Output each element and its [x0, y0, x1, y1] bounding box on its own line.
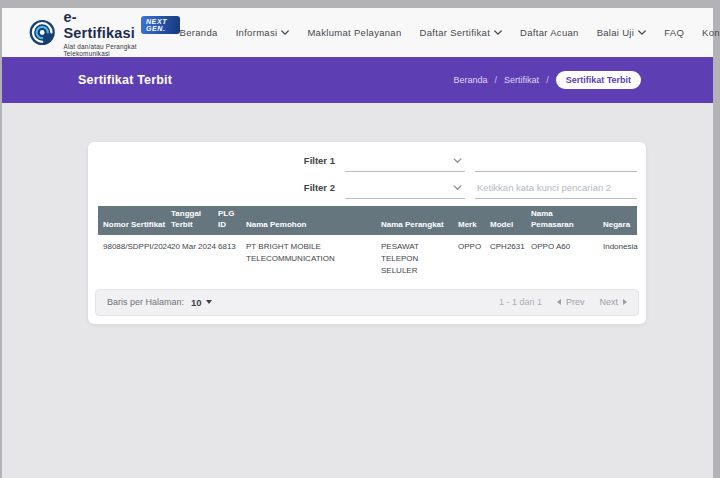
cell-nama-pemohon: PT BRIGHT MOBILE TELECOMMUNICATION	[241, 241, 376, 278]
chevron-down-icon	[453, 185, 462, 191]
breadcrumb-sertifikat[interactable]: Sertifikat	[504, 75, 539, 85]
next-gen-badge: NEXT GEN.	[141, 16, 180, 34]
caret-right-icon	[623, 299, 627, 305]
nav-item-daftar-acuan[interactable]: Daftar Acuan	[520, 27, 579, 38]
nav-item-balai-uji[interactable]: Balai Uji	[597, 27, 647, 38]
top-navbar: e-Sertifikasi NEXT GEN. Alat dan/atau Pe…	[2, 8, 713, 57]
pagination-bar: Baris per Halaman: 10 1 - 1 dari 1 Prev …	[95, 289, 639, 316]
breadcrumb-beranda[interactable]: Beranda	[454, 75, 488, 85]
brand-title: e-Sertifikasi	[63, 9, 135, 41]
rows-per-page-label: Baris per Halaman:	[107, 297, 184, 307]
brand-logo[interactable]: e-Sertifikasi NEXT GEN. Alat dan/atau Pe…	[29, 9, 180, 57]
caret-left-icon	[557, 299, 561, 305]
filter2-keyword-input[interactable]	[475, 177, 637, 198]
certificates-card: Filter 1 Filter 2 Nomor Ser	[88, 142, 646, 324]
filter2-label: Filter 2	[88, 182, 335, 199]
page-title: Sertifikat Terbit	[78, 73, 172, 87]
certificates-table: Nomor Sertifikat Tanggal Terbit PLG ID N…	[98, 206, 637, 287]
cell-nama-pemasaran: OPPO A60	[526, 241, 598, 278]
kominfo-swirl-icon	[29, 16, 55, 49]
cell-negara: Indonesia	[598, 241, 637, 278]
brand-text: e-Sertifikasi NEXT GEN. Alat dan/atau Pe…	[63, 9, 179, 57]
chevron-down-icon	[281, 30, 289, 36]
chevron-down-icon	[638, 30, 646, 36]
breadcrumb: Beranda / Sertifikat / Sertifikat Terbit	[454, 71, 641, 89]
cell-nomor-sertifikat: 98088/SDPPI/2024	[98, 241, 166, 278]
cell-tanggal-terbit: 20 Mar 2024	[166, 241, 213, 278]
table-header-row: Nomor Sertifikat Tanggal Terbit PLG ID N…	[98, 206, 637, 235]
next-page-button[interactable]: Next	[599, 297, 627, 307]
filter-row-1: Filter 1	[88, 145, 646, 172]
nav-item-maklumat-pelayanan[interactable]: Maklumat Pelayanan	[307, 27, 401, 38]
breadcrumb-current: Sertifikat Terbit	[556, 71, 641, 89]
caret-down-icon	[206, 300, 212, 304]
col-header-nama-pemasaran: Nama Pemasaran	[526, 209, 576, 231]
breadcrumb-separator: /	[546, 75, 549, 85]
cell-plg-id: 6813	[213, 241, 241, 278]
col-header-model: Model	[485, 220, 526, 231]
table-row: 98088/SDPPI/2024 20 Mar 2024 6813 PT BRI…	[98, 235, 637, 287]
webpage: e-Sertifikasi NEXT GEN. Alat dan/atau Pe…	[2, 8, 713, 478]
prev-page-button[interactable]: Prev	[557, 297, 585, 307]
filter1-input-wrap	[475, 150, 637, 172]
pagination-controls: 1 - 1 dari 1 Prev Next	[499, 297, 627, 307]
filter2-select[interactable]	[345, 177, 465, 199]
chevron-down-icon	[494, 30, 502, 36]
pagination-range: 1 - 1 dari 1	[499, 297, 542, 307]
filter1-label: Filter 1	[88, 155, 335, 172]
cell-model: CPH2631	[485, 241, 526, 278]
cell-merk: OPPO	[453, 241, 485, 278]
chevron-down-icon	[453, 158, 462, 164]
filter1-select[interactable]	[345, 150, 465, 172]
page-banner: Sertifikat Terbit Beranda / Sertifikat /…	[2, 57, 713, 103]
content-area: Filter 1 Filter 2 Nomor Ser	[2, 103, 713, 478]
filter1-keyword-input[interactable]	[475, 150, 637, 171]
filter-row-2: Filter 2	[88, 172, 646, 199]
filter2-input-wrap	[475, 177, 637, 199]
col-header-nama-perangkat: Nama Perangkat	[376, 220, 453, 231]
nav-item-faq[interactable]: FAQ	[664, 27, 684, 38]
col-header-plg-id: PLG ID	[213, 209, 241, 231]
nav-item-daftar-sertifikat[interactable]: Daftar Sertifikat	[420, 27, 503, 38]
nav-item-beranda[interactable]: Beranda	[180, 27, 218, 38]
brand-subtitle: Alat dan/atau Perangkat Telekomunikasi	[63, 43, 179, 57]
col-header-nama-pemohon: Nama Pemohon	[241, 220, 376, 231]
col-header-tanggal-terbit: Tanggal Terbit	[166, 209, 213, 231]
col-header-negara: Negara	[598, 220, 637, 231]
nav-item-informasi[interactable]: Informasi	[236, 27, 290, 38]
col-header-nomor-sertifikat: Nomor Sertifikat	[98, 220, 166, 231]
main-nav: Beranda Informasi Maklumat Pelayanan Daf…	[180, 27, 720, 38]
breadcrumb-separator: /	[495, 75, 498, 85]
nav-item-kontak[interactable]: Kontak	[702, 27, 720, 38]
rows-per-page-select[interactable]: 10	[191, 297, 212, 308]
col-header-merk: Merk	[453, 220, 485, 231]
cell-nama-perangkat: PESAWAT TELEPON SELULER	[376, 241, 453, 278]
